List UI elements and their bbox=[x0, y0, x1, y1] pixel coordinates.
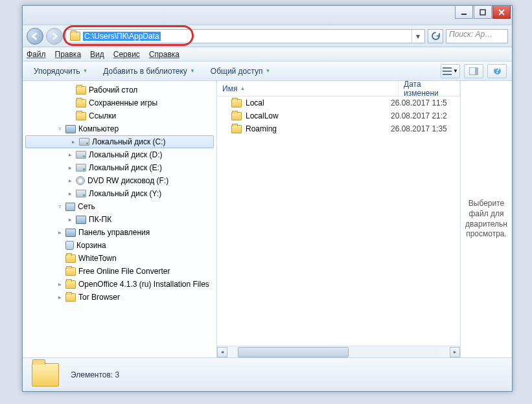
refresh-button[interactable] bbox=[428, 29, 443, 43]
tree-item[interactable]: Рабочий стол bbox=[23, 84, 216, 96]
tree-label: WhiteTown bbox=[78, 254, 117, 263]
nav-row: C:\Users\ПК\AppData ▾ Поиск: Ap… bbox=[23, 25, 512, 47]
svg-rect-1 bbox=[480, 10, 485, 15]
tree-item[interactable]: ▸Локальный диск (Y:) bbox=[23, 187, 216, 200]
tree-label: Панель управления bbox=[78, 228, 150, 237]
disc-icon bbox=[76, 176, 85, 185]
maximize-button[interactable] bbox=[474, 6, 492, 19]
tree-item[interactable]: ▸DVD RW дисковод (F:) bbox=[23, 174, 216, 187]
drive-icon bbox=[76, 190, 86, 197]
svg-rect-6 bbox=[443, 74, 452, 75]
tree-item[interactable]: ▸Tor Browser bbox=[23, 291, 216, 304]
bin-icon bbox=[65, 241, 74, 250]
tree-item[interactable]: Корзина bbox=[23, 239, 216, 252]
preview-pane: Выберите файл для дварительн просмотра. bbox=[460, 81, 512, 357]
organize-button[interactable]: Упорядочить▼ bbox=[28, 64, 93, 78]
tree-label: Сохраненные игры bbox=[89, 98, 157, 107]
menu-tools[interactable]: Сервис bbox=[113, 50, 140, 59]
folder-icon bbox=[231, 112, 242, 120]
minimize-button[interactable] bbox=[455, 6, 473, 19]
tree-item[interactable]: Free Online File Converter bbox=[23, 265, 216, 278]
comp-icon bbox=[76, 216, 86, 224]
horizontal-scrollbar[interactable]: ◂ ▸ bbox=[217, 346, 460, 357]
folder-icon bbox=[65, 267, 76, 276]
tree-label: Компьютер bbox=[78, 124, 119, 133]
folder-icon bbox=[70, 32, 80, 41]
svg-rect-5 bbox=[443, 71, 452, 72]
menu-file[interactable]: Файл bbox=[27, 50, 46, 59]
file-row[interactable]: Local26.08.2017 11:5 bbox=[217, 96, 460, 109]
menu-help[interactable]: Справка bbox=[149, 50, 179, 59]
folder-icon bbox=[231, 125, 242, 133]
tree-label: Локальный диск (E:) bbox=[89, 163, 162, 172]
file-date: 26.08.2017 11:5 bbox=[391, 98, 447, 107]
drive-icon bbox=[76, 164, 86, 172]
folder-icon bbox=[65, 254, 76, 263]
file-name: LocalLow bbox=[246, 111, 279, 120]
tree-item[interactable]: ▸Локальный диск (C:) bbox=[25, 135, 214, 148]
tree-label: Free Online File Converter bbox=[78, 267, 170, 276]
forward-button[interactable] bbox=[46, 28, 63, 45]
menu-view[interactable]: Вид bbox=[90, 50, 104, 59]
drive-icon bbox=[79, 138, 89, 146]
folder-icon bbox=[231, 99, 242, 107]
tree-item[interactable]: ▿Компьютер bbox=[23, 122, 216, 135]
drive-icon bbox=[76, 151, 86, 159]
file-list: Имя▲ Дата изменени Local26.08.2017 11:5L… bbox=[217, 81, 460, 357]
col-modified[interactable]: Дата изменени bbox=[399, 81, 460, 96]
folder-icon bbox=[76, 112, 86, 120]
address-path[interactable]: C:\Users\ПК\AppData bbox=[83, 32, 161, 41]
help-button[interactable]: ? bbox=[487, 64, 507, 78]
tree-item[interactable]: WhiteTown bbox=[23, 252, 216, 265]
file-row[interactable]: Roaming26.08.2017 1:35 bbox=[217, 122, 460, 135]
folder-icon bbox=[76, 99, 86, 107]
svg-text:?: ? bbox=[494, 67, 500, 75]
status-bar: Элементов: 3 bbox=[23, 357, 512, 391]
col-name[interactable]: Имя▲ bbox=[217, 81, 399, 96]
tree-item[interactable]: ▸OpenOffice 4.1.3 (ru) Installation File… bbox=[23, 278, 216, 291]
scroll-thumb[interactable] bbox=[238, 347, 349, 357]
comp-icon bbox=[65, 229, 76, 237]
tree-label: Локальный диск (C:) bbox=[92, 137, 166, 146]
share-button[interactable]: Общий доступ▼ bbox=[205, 64, 277, 78]
tree-label: Рабочий стол bbox=[89, 85, 137, 95]
back-button[interactable] bbox=[27, 28, 43, 45]
addlib-button[interactable]: Добавить в библиотеку▼ bbox=[97, 64, 200, 78]
search-input[interactable]: Поиск: Ap… bbox=[446, 29, 508, 43]
titlebar[interactable] bbox=[23, 6, 512, 25]
file-row[interactable]: LocalLow20.08.2017 21:2 bbox=[217, 109, 460, 122]
column-headers[interactable]: Имя▲ Дата изменени bbox=[217, 81, 460, 96]
toolbar: Упорядочить▼ Добавить в библиотеку▼ Общи… bbox=[23, 62, 512, 81]
explorer-window: C:\Users\ПК\AppData ▾ Поиск: Ap… Файл Пр… bbox=[22, 5, 513, 392]
scroll-left-button[interactable]: ◂ bbox=[217, 347, 227, 357]
scroll-right-button[interactable]: ▸ bbox=[450, 347, 460, 357]
close-button[interactable] bbox=[492, 6, 511, 19]
preview-pane-button[interactable] bbox=[464, 64, 483, 78]
tree-item[interactable]: ▸Панель управления bbox=[23, 226, 216, 239]
menu-edit[interactable]: Правка bbox=[55, 50, 82, 59]
tree-label: Ссылки bbox=[89, 111, 116, 120]
tree-item[interactable]: ▸ПК-ПК bbox=[23, 213, 216, 226]
tree-label: Корзина bbox=[76, 241, 106, 250]
folder-icon bbox=[65, 280, 76, 289]
tree-item[interactable]: Сохраненные игры bbox=[23, 96, 216, 109]
address-bar[interactable]: C:\Users\ПК\AppData ▾ bbox=[65, 29, 425, 43]
tree-label: DVD RW дисковод (F:) bbox=[87, 176, 168, 185]
file-date: 20.08.2017 21:2 bbox=[391, 111, 447, 120]
tree-label: Сеть bbox=[78, 202, 95, 211]
tree-label: Локальный диск (D:) bbox=[89, 150, 163, 159]
tree-item[interactable]: Ссылки bbox=[23, 109, 216, 122]
tree-label: ПК-ПК bbox=[89, 215, 111, 224]
tree-label: OpenOffice 4.1.3 (ru) Installation Files bbox=[78, 280, 209, 289]
file-name: Local bbox=[246, 98, 264, 107]
address-dropdown-icon[interactable]: ▾ bbox=[411, 30, 423, 43]
tree-item[interactable]: ▿Сеть bbox=[23, 200, 216, 213]
tree-item[interactable]: ▸Локальный диск (E:) bbox=[23, 161, 216, 174]
nav-tree[interactable]: Рабочий столСохраненные игрыСсылки▿Компь… bbox=[23, 81, 217, 357]
folder-icon bbox=[76, 86, 86, 95]
folder-icon bbox=[32, 363, 59, 387]
svg-rect-4 bbox=[443, 67, 452, 69]
view-options-button[interactable]: ▼ bbox=[441, 64, 460, 78]
tree-item[interactable]: ▸Локальный диск (D:) bbox=[23, 148, 216, 161]
tree-label: Локальный диск (Y:) bbox=[89, 189, 161, 198]
